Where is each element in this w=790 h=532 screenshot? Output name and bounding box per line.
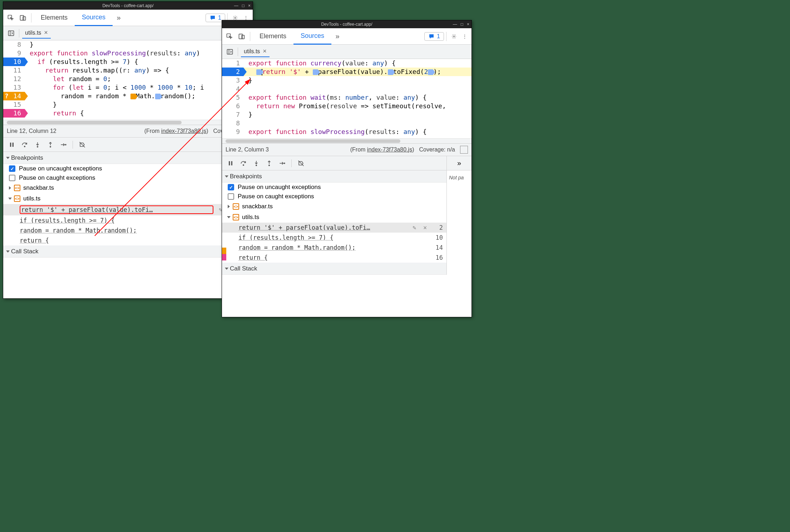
code-editor[interactable]: 8}9export function slowProcessing(result… xyxy=(3,40,253,120)
side-more[interactable]: » xyxy=(447,156,471,170)
file-tab-utils[interactable]: utils.ts × xyxy=(241,46,270,57)
horizontal-scrollbar[interactable] xyxy=(222,138,471,143)
breakpoint-row[interactable]: return '$' + parseFloat(value).toFi…✎×2 xyxy=(222,223,446,233)
step-icon[interactable] xyxy=(58,139,69,150)
step-out-icon[interactable] xyxy=(263,158,275,169)
bp-file-snackbar[interactable]: <> snackbar.ts xyxy=(222,201,446,212)
checkbox-icon[interactable] xyxy=(228,184,234,190)
file-tab-utils[interactable]: utils.ts × xyxy=(22,28,51,39)
settings-icon[interactable] xyxy=(449,33,459,40)
breakpoint-text[interactable]: return '$' + parseFloat(value).toFi… xyxy=(238,224,407,231)
svg-rect-5 xyxy=(10,143,11,147)
breakpoint-row[interactable]: random = random * Math.random();14 xyxy=(3,225,253,235)
svg-point-19 xyxy=(256,165,257,166)
callstack-header[interactable]: Call Stack xyxy=(222,263,446,275)
device-icon[interactable] xyxy=(17,12,29,24)
pause-uncaught-row[interactable]: Pause on uncaught exceptions xyxy=(3,164,253,173)
bp-file-utils[interactable]: <> utils.ts xyxy=(3,193,253,204)
kebab-icon[interactable]: ⋮ xyxy=(459,34,470,39)
more-tabs-icon[interactable]: » xyxy=(331,30,344,43)
panel-button[interactable] xyxy=(460,146,468,154)
breakpoints-header[interactable]: Breakpoints xyxy=(3,152,253,164)
tab-elements[interactable]: Elements xyxy=(34,10,75,26)
breakpoint-row[interactable]: random = random * Math.random();14 xyxy=(222,243,446,253)
step-icon[interactable] xyxy=(276,158,288,169)
code-editor[interactable]: 1export function currency(value: any) {2… xyxy=(222,59,471,138)
breakpoint-text[interactable]: random = random * Math.random(); xyxy=(238,244,429,251)
show-navigator-icon[interactable] xyxy=(225,47,235,57)
window-title: DevTools - coffee-cart.app/ xyxy=(102,3,153,8)
breakpoint-row[interactable]: if (results.length >= 7) {10 xyxy=(222,233,446,243)
status-bar: Line 12, Column 12 (From index-73f73a80.… xyxy=(3,125,253,138)
breakpoint-text[interactable]: return '$' + parseFloat(value).toFi… xyxy=(21,206,212,213)
svg-rect-13 xyxy=(242,35,245,39)
deactivate-bp-icon[interactable] xyxy=(76,139,88,150)
inspect-icon[interactable] xyxy=(5,12,17,24)
breakpoint-row[interactable]: if (results.length >= 7) {10 xyxy=(3,215,253,225)
callstack-label: Call Stack xyxy=(11,248,39,255)
checkbox-icon[interactable] xyxy=(9,165,15,172)
minimize-button[interactable]: — xyxy=(453,22,457,27)
callstack-label: Call Stack xyxy=(230,265,257,272)
show-navigator-icon[interactable] xyxy=(6,28,16,38)
callstack-header[interactable]: Call Stack xyxy=(3,245,253,258)
pause-icon[interactable] xyxy=(6,139,18,150)
file-tab-label: utils.ts xyxy=(25,30,41,36)
svg-point-18 xyxy=(243,164,244,165)
issues-button[interactable]: 1 xyxy=(424,32,444,41)
bp-file-snackbar[interactable]: <> snackbar.ts xyxy=(3,183,253,193)
close-file-icon[interactable]: × xyxy=(44,29,48,36)
pause-uncaught-row[interactable]: Pause on uncaught exceptions xyxy=(222,183,446,192)
step-over-icon[interactable] xyxy=(238,158,249,169)
pause-caught-row[interactable]: Pause on caught exceptions xyxy=(222,192,446,201)
step-into-icon[interactable] xyxy=(32,139,43,150)
ts-file-icon: <> xyxy=(233,203,239,210)
step-over-icon[interactable] xyxy=(19,139,30,150)
not-paused-text: Not pa xyxy=(447,170,471,185)
line-number: 2 xyxy=(432,224,443,231)
chevron-down-icon xyxy=(225,175,228,178)
svg-rect-6 xyxy=(13,143,14,147)
breakpoints-header[interactable]: Breakpoints xyxy=(222,170,446,183)
step-into-icon[interactable] xyxy=(251,158,262,169)
breakpoint-row[interactable]: return {16 xyxy=(222,253,446,263)
pause-caught-row[interactable]: Pause on caught exceptions xyxy=(3,173,253,183)
deactivate-bp-icon[interactable] xyxy=(295,158,307,169)
issues-count: 1 xyxy=(218,15,221,21)
breakpoint-row[interactable]: return '$' + parseFloat(value).toFi…✎×2 xyxy=(3,204,253,215)
breakpoint-text[interactable]: if (results.length >= 7) { xyxy=(238,234,429,241)
coverage-info: Coverage: n/a xyxy=(419,146,455,153)
horizontal-scrollbar[interactable] xyxy=(3,120,253,125)
close-button[interactable]: × xyxy=(248,3,251,8)
svg-rect-16 xyxy=(229,161,230,165)
inspect-icon[interactable] xyxy=(223,30,236,43)
delete-icon[interactable]: × xyxy=(421,224,429,231)
tab-sources[interactable]: Sources xyxy=(293,29,331,45)
tab-sources[interactable]: Sources xyxy=(75,10,113,26)
line-number: 16 xyxy=(432,254,443,261)
breakpoint-text[interactable]: return { xyxy=(20,237,235,244)
device-icon[interactable] xyxy=(236,30,248,43)
status-bar: Line 2, Column 3 (From index-73f73a80.js… xyxy=(222,143,471,156)
close-button[interactable]: × xyxy=(467,22,469,27)
chevron-down-icon xyxy=(6,250,10,253)
maximize-button[interactable]: □ xyxy=(461,22,463,27)
breakpoint-text[interactable]: random = random * Math.random(); xyxy=(20,227,235,234)
maximize-button[interactable]: □ xyxy=(242,3,245,8)
tab-elements[interactable]: Elements xyxy=(252,28,293,44)
bp-file-utils[interactable]: <> utils.ts xyxy=(222,212,446,223)
checkbox-icon[interactable] xyxy=(228,193,234,200)
more-tabs-icon[interactable]: » xyxy=(113,12,125,24)
file-tabs-bar: utils.ts × xyxy=(222,45,471,59)
breakpoint-text[interactable]: return { xyxy=(238,254,429,261)
sourcemap-link[interactable]: index-73f73a80.js xyxy=(367,146,412,153)
edit-icon[interactable]: ✎ xyxy=(411,224,418,231)
pause-icon[interactable] xyxy=(225,158,236,169)
checkbox-icon[interactable] xyxy=(9,175,15,181)
breakpoint-row[interactable]: return {16 xyxy=(3,235,253,245)
step-out-icon[interactable] xyxy=(45,139,56,150)
close-file-icon[interactable]: × xyxy=(263,48,267,55)
sourcemap-link[interactable]: index-73f73a80.js xyxy=(161,128,206,134)
breakpoint-text[interactable]: if (results.length >= 7) { xyxy=(20,217,235,224)
minimize-button[interactable]: — xyxy=(234,3,238,8)
